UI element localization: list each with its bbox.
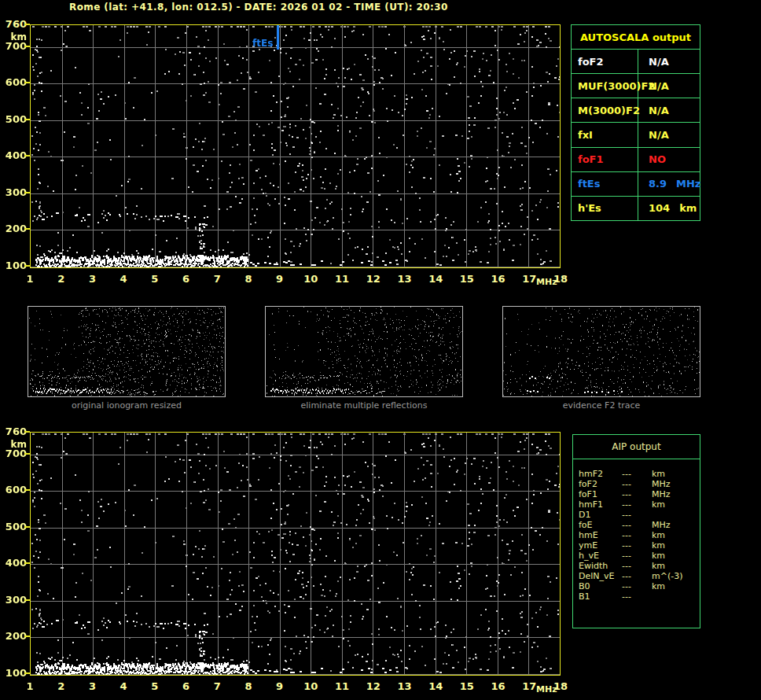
- x-tick-label: 5: [143, 273, 167, 285]
- autoscala-app-window: Rome (lat: +41.8, lon: 012.5) - DATE: 20…: [0, 0, 761, 700]
- row-label: DelN_vE: [573, 571, 622, 581]
- x-tick-label: 1: [18, 680, 42, 692]
- row-unit: km: [652, 581, 700, 591]
- y-tick-label: 200: [0, 631, 27, 642]
- row-value-cell: N/A: [638, 50, 700, 73]
- row-value: ---: [622, 479, 652, 489]
- y-tick-label: 300: [0, 187, 27, 198]
- row-label: fxI: [572, 123, 638, 146]
- row-unit: km: [652, 530, 700, 540]
- row-value: ---: [622, 489, 652, 499]
- y-tick-label: 100: [0, 668, 27, 679]
- y-tick-mark: [24, 562, 30, 564]
- x-tick-label: 9: [268, 273, 292, 285]
- y-tick-mark: [24, 526, 30, 528]
- y-tick-label: 600: [0, 77, 27, 88]
- x-tick-label: 10: [299, 273, 322, 285]
- row-label: D1: [573, 510, 622, 520]
- table-row: Ewidth---km: [573, 561, 700, 571]
- row-label: hmF1: [573, 499, 622, 510]
- window-title: Rome (lat: +41.8, lon: 012.5) - DATE: 20…: [69, 2, 448, 13]
- y-axis-unit: km: [0, 439, 27, 450]
- row-value: ---: [622, 551, 652, 561]
- autoscala-table-title: AUTOSCALA output: [572, 25, 700, 50]
- row-value: 8.9: [649, 178, 667, 190]
- thumbnail-caption: original ionogram resized: [28, 400, 226, 411]
- x-tick-label: 16: [487, 680, 510, 692]
- table-row: foF1---MHz: [573, 489, 700, 499]
- x-tick-label: 15: [455, 680, 479, 692]
- row-value: ---: [622, 510, 652, 520]
- row-label: Ewidth: [573, 561, 622, 571]
- aip-ionogram-canvas: [31, 433, 560, 675]
- row-label: h_vE: [573, 551, 622, 561]
- row-value: ---: [622, 520, 652, 530]
- row-unit: m^(-3): [652, 571, 700, 581]
- y-tick-mark: [24, 192, 30, 193]
- row-value: N/A: [649, 105, 669, 116]
- thumbnail-caption: eliminate multiple reflections: [265, 400, 463, 411]
- x-tick-label: 8: [237, 273, 260, 285]
- y-tick-mark: [24, 24, 30, 25]
- row-label: B0: [573, 581, 622, 591]
- table-row: foE---MHz: [573, 520, 700, 530]
- main-ionogram-canvas: [31, 25, 560, 267]
- table-row: hmF2---km: [573, 469, 700, 479]
- ftes-marker-label: ftEs: [252, 38, 273, 49]
- aip-ionogram-plot: [30, 432, 561, 676]
- row-value: N/A: [649, 56, 669, 68]
- aip-output-table: AIP output hmF2---kmfoF2---MHzfoF1---MHz…: [572, 434, 700, 628]
- x-axis-unit: MHz: [536, 684, 557, 694]
- x-tick-label: 11: [330, 273, 354, 285]
- table-row: D1---: [573, 510, 700, 520]
- y-tick-mark: [24, 82, 30, 83]
- row-label: ymE: [573, 540, 622, 551]
- row-unit: km: [652, 469, 700, 479]
- table-row: h'Es104km: [572, 197, 700, 220]
- y-tick-mark: [24, 431, 30, 433]
- row-unit: MHz: [652, 520, 700, 530]
- row-label: foF2: [572, 50, 638, 73]
- row-label: M(3000)F2: [572, 98, 638, 122]
- x-tick-label: 6: [175, 273, 198, 285]
- table-row: B0---km: [573, 581, 700, 591]
- row-value: N/A: [649, 80, 669, 92]
- row-value: ---: [622, 540, 652, 551]
- y-tick-label: 200: [0, 223, 27, 234]
- y-tick-mark: [24, 672, 30, 674]
- table-row: foF1NO: [572, 148, 700, 172]
- x-tick-label: 12: [362, 680, 385, 692]
- row-value-cell: N/A: [638, 98, 700, 122]
- aip-table-rows: hmF2---kmfoF2---MHzfoF1---MHzhmF1---kmD1…: [573, 459, 700, 602]
- row-unit: MHz: [652, 489, 700, 499]
- table-row: fxIN/A: [572, 123, 700, 147]
- table-row: MUF(3000)F2N/A: [572, 74, 700, 98]
- y-tick-mark: [24, 453, 30, 455]
- row-unit: MHz: [652, 479, 700, 489]
- row-value: 104: [649, 202, 670, 214]
- y-tick-mark: [24, 119, 30, 120]
- row-value: ---: [622, 581, 652, 591]
- row-value: ---: [622, 499, 652, 510]
- x-tick-label: 12: [362, 273, 385, 285]
- y-tick-label: 100: [0, 260, 27, 271]
- x-tick-label: 10: [299, 680, 322, 692]
- x-tick-label: 11: [330, 680, 354, 692]
- thumbnail-evidence-canvas: [503, 307, 700, 396]
- x-tick-label: 7: [205, 680, 229, 692]
- y-tick-label: 600: [0, 484, 27, 496]
- row-value-cell: NO: [638, 148, 700, 171]
- row-label: hmF2: [573, 469, 622, 479]
- table-row: DelN_vE---m^(-3): [573, 571, 700, 581]
- row-label: foF1: [572, 148, 638, 171]
- main-ionogram-plot: ftEs: [30, 24, 561, 268]
- table-row: hmF1---km: [573, 499, 700, 510]
- row-label: foF2: [573, 479, 622, 489]
- row-value-cell: N/A: [638, 123, 700, 146]
- autoscala-output-table: AUTOSCALA output foF2N/AMUF(3000)F2N/AM(…: [571, 24, 700, 221]
- row-value: ---: [622, 561, 652, 571]
- table-row: foF2N/A: [572, 50, 700, 74]
- thumbnail-original-canvas: [28, 307, 225, 396]
- table-row: B1---: [573, 591, 700, 602]
- y-tick-label: 400: [0, 558, 27, 569]
